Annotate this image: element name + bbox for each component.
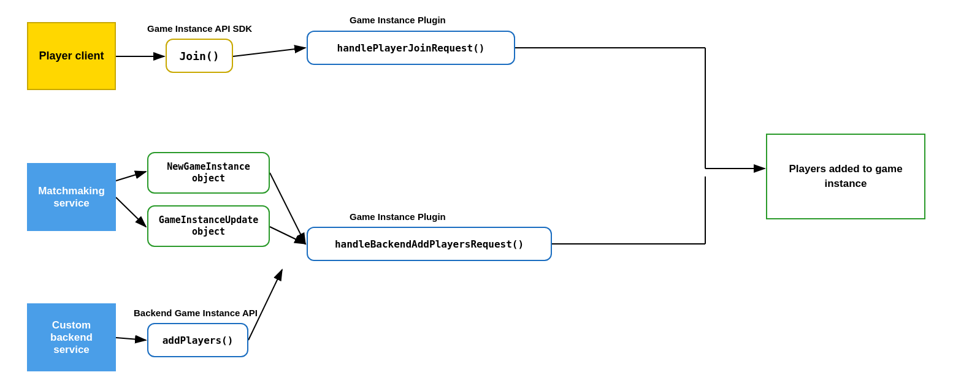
svg-line-6 bbox=[116, 172, 146, 181]
svg-line-13 bbox=[248, 270, 282, 340]
add-players-label: addPlayers() bbox=[163, 335, 234, 346]
game-instance-update-node: GameInstanceUpdate object bbox=[147, 205, 270, 247]
handle-backend-add-players-label: handleBackendAddPlayersRequest() bbox=[335, 238, 524, 250]
join-label: Join() bbox=[179, 50, 219, 63]
game-instance-api-sdk-label: Game Instance API SDK bbox=[147, 23, 252, 34]
handle-backend-add-players-node: handleBackendAddPlayersRequest() bbox=[307, 227, 552, 261]
player-client-node: Player client bbox=[27, 22, 116, 90]
game-instance-update-label: GameInstanceUpdate object bbox=[159, 214, 259, 238]
svg-line-7 bbox=[116, 197, 146, 227]
svg-line-2 bbox=[233, 48, 305, 56]
custom-backend-service-node: Custom backend service bbox=[27, 303, 116, 371]
handle-player-join-label: handlePlayerJoinRequest() bbox=[337, 42, 485, 54]
svg-line-8 bbox=[270, 173, 305, 244]
svg-line-12 bbox=[116, 338, 146, 340]
join-node: Join() bbox=[166, 39, 233, 73]
backend-game-instance-api-label: Backend Game Instance API bbox=[134, 308, 258, 318]
new-game-instance-node: NewGameInstance object bbox=[147, 152, 270, 194]
players-added-label: Players added to game instance bbox=[789, 162, 902, 191]
game-instance-plugin-bottom-label: Game Instance Plugin bbox=[350, 211, 446, 222]
new-game-instance-label: NewGameInstance object bbox=[167, 161, 250, 185]
players-added-node: Players added to game instance bbox=[766, 134, 925, 219]
player-client-label: Player client bbox=[39, 50, 104, 63]
matchmaking-service-node: Matchmaking service bbox=[27, 163, 116, 231]
handle-player-join-node: handlePlayerJoinRequest() bbox=[307, 31, 515, 65]
add-players-node: addPlayers() bbox=[147, 323, 248, 357]
game-instance-plugin-top-label: Game Instance Plugin bbox=[350, 15, 446, 25]
diagram-container: Player client Game Instance API SDK Join… bbox=[0, 0, 980, 383]
custom-backend-service-label: Custom backend service bbox=[36, 319, 107, 356]
matchmaking-service-label: Matchmaking service bbox=[36, 185, 107, 210]
svg-line-9 bbox=[270, 227, 305, 244]
